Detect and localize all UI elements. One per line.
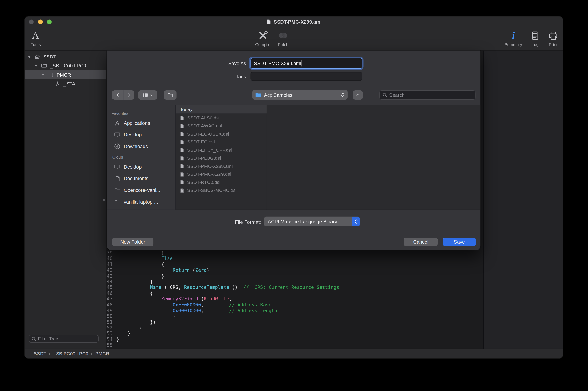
forward-button[interactable] <box>123 90 134 100</box>
breadcrumb-item-pmcr[interactable]: PMCR <box>96 351 109 356</box>
tags-input[interactable] <box>251 72 362 81</box>
pane-splitter-handle[interactable] <box>103 198 106 201</box>
code-line: 51 }) <box>106 319 339 325</box>
file-row-ssdt-rtc0-dsl[interactable]: SSDT-RTC0.dsl <box>176 178 267 186</box>
file-row-ssdt-ec-dsl[interactable]: SSDT-EC.dsl <box>176 138 267 146</box>
place-label: Desktop <box>124 132 141 137</box>
print-button[interactable]: Print <box>539 29 563 47</box>
folder-icon <box>40 63 47 69</box>
code-lines: 39 }40 Else41 {42 Return (Zero)43 }44 }4… <box>106 250 339 348</box>
file-list-column: Today SSDT-ALS0.dslSSDT-AWAC.dslSSDT-EC-… <box>176 105 267 209</box>
code-line: 48 0xFE000000, // Address Base <box>106 302 339 308</box>
save-button[interactable]: Save <box>443 238 476 246</box>
editor-right-pane <box>483 50 563 348</box>
breadcrumb-item-ssdt[interactable]: SSDT <box>34 351 46 356</box>
code-line: 52 } <box>106 325 339 331</box>
code-line: 44 } <box>106 279 339 285</box>
document-icon <box>180 188 185 193</box>
file-row-ssdt-ec-usbx-dsl[interactable]: SSDT-EC-USBX.dsl <box>176 130 267 138</box>
dialog-search-input[interactable] <box>389 92 472 98</box>
back-button[interactable] <box>112 90 123 100</box>
line-number: 54 <box>106 336 113 342</box>
document-icon <box>180 164 185 169</box>
view-mode-button[interactable] <box>138 90 157 100</box>
breadcrumb-item-sb-pc00-lpc0[interactable]: _SB.PC00.LPC0 <box>53 351 88 356</box>
place-item-downloads[interactable]: Downloads <box>107 141 175 152</box>
fonts-icon: A <box>32 30 39 41</box>
fonts-button[interactable]: A Fonts <box>25 29 50 47</box>
fonts-label: Fonts <box>30 42 41 47</box>
tree-item-ssdt[interactable]: SSDT <box>25 52 106 61</box>
tree-item-pmcr[interactable]: PMCR <box>25 70 106 79</box>
code-line: 41 { <box>106 262 339 267</box>
code-text: } <box>113 336 119 342</box>
document-icon <box>180 172 185 177</box>
filter-tree-field[interactable] <box>29 335 99 343</box>
patch-button[interactable]: Patch <box>269 29 297 47</box>
code-text: Memory32Fixed (ReadWrite, <box>113 296 232 302</box>
place-item-opencore-vani[interactable]: Opencore-Vani... <box>107 184 175 196</box>
line-number: 55 <box>106 342 113 348</box>
place-item-desktop[interactable]: Desktop <box>107 129 175 141</box>
line-number: 40 <box>106 256 113 262</box>
file-row-ssdt-als0-dsl[interactable]: SSDT-ALS0.dsl <box>176 114 267 122</box>
code-text: Name (_CRS, ResourceTemplate () // _CRS:… <box>113 285 339 290</box>
place-label: Opencore-Vani... <box>124 187 160 193</box>
file-row-ssdt-pmc-x299-aml[interactable]: SSDT-PMC-X299.aml <box>176 162 267 170</box>
place-label: Documents <box>124 176 148 181</box>
patch-icon <box>277 29 289 42</box>
breadcrumb-separator: ▸ <box>91 351 93 356</box>
cancel-button[interactable]: Cancel <box>404 238 438 246</box>
file-row-ssdt-sbus-mchc-dsl[interactable]: SSDT-SBUS-MCHC.dsl <box>176 186 267 195</box>
search-icon <box>383 93 387 98</box>
tree-item-label: PMCR <box>57 72 71 77</box>
filter-tree-input[interactable] <box>38 336 96 341</box>
folder-icon <box>167 92 173 98</box>
file-row-ssdt-pmc-x299-dsl[interactable]: SSDT-PMC-X299.dsl <box>176 170 267 178</box>
code-line: 39 } <box>106 250 339 256</box>
disclosure-triangle-icon[interactable] <box>27 54 32 59</box>
file-row-ssdt-awac-dsl[interactable]: SSDT-AWAC.dsl <box>176 122 267 130</box>
tree-item-sta[interactable]: _STA <box>25 79 106 88</box>
code-line: 40 Else <box>106 256 339 262</box>
new-folder-button[interactable]: New Folder <box>112 238 153 246</box>
summary-label: Summary <box>504 42 522 47</box>
document-icon <box>180 180 185 185</box>
desktop: SSDT-PMC-X299.aml A Fonts Compile Patch … <box>0 0 588 391</box>
location-popup[interactable]: AcpiSamples <box>252 90 348 100</box>
search-icon <box>32 336 36 341</box>
folder-action-button[interactable] <box>164 90 176 100</box>
code-text: ) <box>113 313 175 319</box>
file-row-ssdt-ehcx-off-dsl[interactable]: SSDT-EHCx_OFF.dsl <box>176 146 267 154</box>
breadcrumb: SSDT▸_SB.PC00.LPC0▸PMCR <box>34 351 109 356</box>
place-item-desktop[interactable]: Desktop <box>107 161 175 173</box>
file-row-ssdt-plug-dsl[interactable]: SSDT-PLUG.dsl <box>176 154 267 162</box>
desktop-icon <box>114 131 120 138</box>
log-label: Log <box>532 42 539 47</box>
line-number: 53 <box>106 331 113 336</box>
place-item-documents[interactable]: Documents <box>107 173 175 184</box>
window-title: SSDT-PMC-X299.aml <box>25 19 563 25</box>
place-item-applications[interactable]: Applications <box>107 117 175 129</box>
place-item-vanilla-laptop[interactable]: vanilla-laptop-... <box>107 196 175 207</box>
dialog-search-field[interactable] <box>379 90 475 100</box>
line-number: 46 <box>106 290 113 296</box>
disclosure-triangle-icon[interactable] <box>33 63 39 68</box>
line-number: 50 <box>106 313 113 319</box>
file-name: SSDT-EC-USBX.dsl <box>187 131 229 137</box>
section-header-icloud: iCloud <box>107 153 175 161</box>
disclosure-triangle-icon[interactable] <box>40 72 46 77</box>
line-number: 52 <box>106 325 113 331</box>
stepper-chevrons-icon <box>354 219 358 224</box>
method-icon <box>54 81 61 86</box>
up-button[interactable] <box>353 90 362 100</box>
code-line: 50 ) <box>106 313 339 319</box>
file-format-label: File Format: <box>235 219 261 225</box>
window-title-text: SSDT-PMC-X299.aml <box>274 19 322 25</box>
line-number: 43 <box>106 273 113 279</box>
save-as-input[interactable]: SSDT-PMC-X299.aml <box>251 58 362 69</box>
file-format-popup[interactable]: ACPI Machine Language Binary <box>264 217 360 226</box>
line-number: 48 <box>106 302 113 308</box>
tree-item-sb-pc00-lpc0[interactable]: _SB.PC00.LPC0 <box>25 61 106 70</box>
house-icon <box>34 54 40 60</box>
